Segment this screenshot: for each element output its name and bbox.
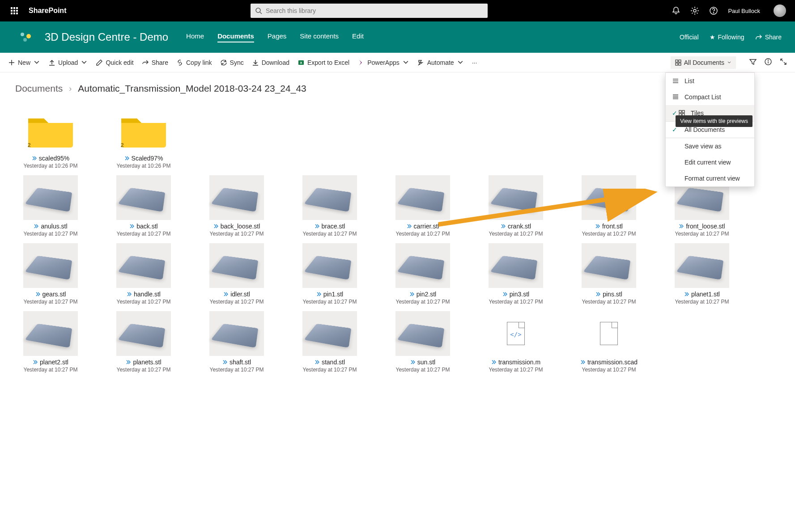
- 3d-thumbnail: [490, 188, 537, 212]
- file-tile[interactable]: planets.stl Yesterday at 10:27 PM: [108, 311, 179, 373]
- site-nav-site-contents[interactable]: Site contents: [300, 32, 339, 42]
- 3d-thumbnail: [25, 256, 72, 280]
- svg-rect-15: [679, 63, 681, 65]
- 3d-thumbnail: [118, 324, 165, 348]
- file-tile[interactable]: brace.stl Yesterday at 10:27 PM: [294, 175, 365, 237]
- tile-date: Yesterday at 10:26 PM: [117, 163, 171, 169]
- tile-thumb: [489, 175, 543, 220]
- share-site-button[interactable]: Share: [755, 34, 782, 41]
- file-tile[interactable]: pin1.stl Yesterday at 10:27 PM: [294, 243, 365, 305]
- view-option-list[interactable]: List: [666, 73, 754, 89]
- tile-name: handle.stl: [127, 291, 161, 298]
- tile-date: Yesterday at 10:27 PM: [24, 231, 78, 237]
- file-tile[interactable]: idler.stl Yesterday at 10:27 PM: [201, 243, 272, 305]
- site-nav-documents[interactable]: Documents: [217, 32, 254, 42]
- file-tile[interactable]: pin3.stl Yesterday at 10:27 PM: [480, 243, 551, 305]
- file-tile[interactable]: gears.stl Yesterday at 10:27 PM: [15, 243, 86, 305]
- search-box[interactable]: [251, 4, 488, 18]
- tile-date: Yesterday at 10:27 PM: [117, 231, 171, 237]
- filter-icon[interactable]: [749, 58, 757, 67]
- tile-name: pins.stl: [595, 291, 622, 298]
- tile-thumb: [395, 175, 450, 220]
- folder-tile[interactable]: 2 scaled95% Yesterday at 10:26 PM: [15, 107, 86, 169]
- svg-point-0: [256, 8, 260, 13]
- file-tile[interactable]: crank.stl Yesterday at 10:27 PM: [480, 175, 551, 237]
- site-nav-edit[interactable]: Edit: [352, 32, 364, 42]
- tile-name: idler.stl: [223, 291, 250, 298]
- gear-icon[interactable]: [690, 6, 699, 15]
- tile-date: Yesterday at 10:27 PM: [582, 231, 636, 237]
- search-icon: [255, 7, 262, 14]
- download-button[interactable]: Download: [252, 59, 289, 66]
- share-button[interactable]: Share: [142, 59, 168, 66]
- expand-icon[interactable]: [780, 58, 787, 67]
- user-name[interactable]: Paul Bullock: [728, 8, 760, 14]
- site-logo[interactable]: [18, 29, 34, 45]
- app-launcher-button[interactable]: [4, 0, 25, 21]
- site-nav-pages[interactable]: Pages: [268, 32, 287, 42]
- tile-name: gears.stl: [35, 291, 66, 298]
- tile-thumb: [302, 311, 357, 356]
- svg-rect-12: [676, 60, 678, 62]
- file-tile[interactable]: carrier.stl Yesterday at 10:27 PM: [387, 175, 458, 237]
- tile-name: anulus.stl: [34, 223, 67, 230]
- question-icon[interactable]: [709, 6, 718, 15]
- tile-date: Yesterday at 10:27 PM: [675, 231, 729, 237]
- tile-name: front.stl: [595, 223, 623, 230]
- 3d-thumbnail: [211, 256, 258, 280]
- following-button[interactable]: ★ Following: [710, 34, 744, 41]
- breadcrumb-root[interactable]: Documents: [15, 83, 63, 94]
- copy-link-button[interactable]: Copy link: [176, 59, 212, 66]
- info-icon[interactable]: [765, 58, 772, 67]
- site-nav-home[interactable]: Home: [186, 32, 204, 42]
- tile-thumb: [302, 175, 357, 220]
- more-button[interactable]: ···: [472, 59, 477, 66]
- document-icon: [600, 322, 618, 345]
- site-title[interactable]: 3D Design Centre - Demo: [45, 31, 168, 43]
- tile-date: Yesterday at 10:27 PM: [117, 367, 171, 373]
- view-option-edit[interactable]: Edit current view: [666, 154, 754, 170]
- folder-tile[interactable]: 2 Scaled97% Yesterday at 10:26 PM: [108, 107, 179, 169]
- tile-thumb: [23, 311, 78, 356]
- automate-button[interactable]: Automate: [417, 59, 464, 66]
- file-tile[interactable]: handle.stl Yesterday at 10:27 PM: [108, 243, 179, 305]
- tile-name: carrier.stl: [407, 223, 439, 230]
- file-tile[interactable]: pins.stl Yesterday at 10:27 PM: [574, 243, 644, 305]
- file-tile[interactable]: planet2.stl Yesterday at 10:27 PM: [15, 311, 86, 373]
- file-tile[interactable]: transmission.m Yesterday at 10:27 PM: [480, 311, 551, 373]
- new-button[interactable]: New: [8, 59, 40, 66]
- svg-rect-14: [676, 63, 678, 65]
- bell-icon[interactable]: [672, 6, 680, 15]
- tile-date: Yesterday at 10:27 PM: [303, 367, 357, 373]
- view-selector[interactable]: All Documents: [671, 56, 736, 69]
- view-option-compact-list[interactable]: Compact List: [666, 89, 754, 105]
- tile-date: Yesterday at 10:27 PM: [210, 299, 264, 305]
- chevron-right-icon: ›: [69, 84, 72, 93]
- view-option-format[interactable]: Format current view: [666, 170, 754, 186]
- tile-date: Yesterday at 10:27 PM: [117, 299, 171, 305]
- tile-thumb: [395, 243, 450, 288]
- upload-button[interactable]: Upload: [48, 59, 88, 66]
- view-option-save[interactable]: Save view as: [666, 138, 754, 154]
- svg-point-5: [21, 33, 24, 36]
- folder-icon: 2: [23, 107, 78, 152]
- quick-edit-button[interactable]: Quick edit: [96, 59, 133, 66]
- tile-name: planet2.stl: [33, 359, 68, 366]
- search-input[interactable]: [266, 7, 483, 14]
- file-tile[interactable]: back_loose.stl Yesterday at 10:27 PM: [201, 175, 272, 237]
- avatar[interactable]: [774, 4, 786, 17]
- powerapps-button[interactable]: PowerApps: [357, 59, 409, 66]
- file-tile[interactable]: anulus.stl Yesterday at 10:27 PM: [15, 175, 86, 237]
- export-excel-button[interactable]: XExport to Excel: [298, 59, 349, 66]
- file-tile[interactable]: stand.stl Yesterday at 10:27 PM: [294, 311, 365, 373]
- file-tile[interactable]: planet1.stl Yesterday at 10:27 PM: [667, 243, 737, 305]
- file-tile[interactable]: back.stl Yesterday at 10:27 PM: [108, 175, 179, 237]
- tile-date: Yesterday at 10:27 PM: [582, 367, 636, 373]
- app-name[interactable]: SharePoint: [29, 7, 66, 15]
- file-tile[interactable]: pin2.stl Yesterday at 10:27 PM: [387, 243, 458, 305]
- file-tile[interactable]: shaft.stl Yesterday at 10:27 PM: [201, 311, 272, 373]
- file-tile[interactable]: front.stl Yesterday at 10:27 PM: [574, 175, 644, 237]
- sync-button[interactable]: Sync: [220, 59, 244, 66]
- file-tile[interactable]: sun.stl Yesterday at 10:27 PM: [387, 311, 458, 373]
- file-tile[interactable]: transmission.scad Yesterday at 10:27 PM: [574, 311, 644, 373]
